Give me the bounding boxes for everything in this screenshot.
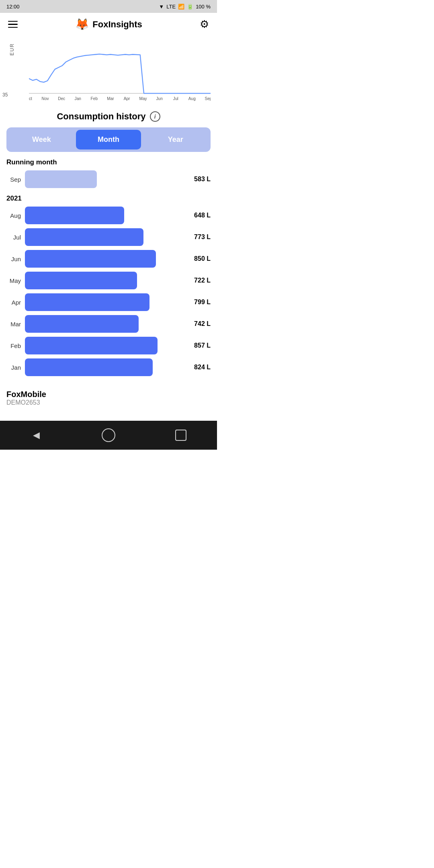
bar-row-jan: Jan 824 L <box>6 358 211 376</box>
wifi-icon: ▼ <box>159 4 164 10</box>
tab-year[interactable]: Year <box>143 130 208 149</box>
svg-text:May: May <box>139 96 147 101</box>
svg-text:Nov: Nov <box>42 96 49 101</box>
battery-icon: 🔋 <box>187 4 193 10</box>
chart-y-label: EUR <box>9 43 15 55</box>
status-bar: 12:00 ▼ LTE 📶 🔋 100 % <box>0 0 217 13</box>
nav-recent-button[interactable] <box>173 427 189 443</box>
bar-track-mar <box>25 315 185 333</box>
bar-value-may: 722 L <box>189 277 211 284</box>
status-time: 12:00 <box>6 4 20 10</box>
back-arrow-icon: ◀ <box>33 430 40 440</box>
bar-row-feb: Feb 857 L <box>6 337 211 354</box>
bar-track-jun <box>25 250 185 268</box>
footer-title: FoxMobile <box>6 390 211 399</box>
info-icon[interactable]: i <box>150 111 160 122</box>
bar-label-jul: Jul <box>6 234 21 241</box>
bar-label-jun: Jun <box>6 256 21 262</box>
bar-value-sep: 583 L <box>189 176 211 183</box>
bar-fill-feb <box>25 337 158 354</box>
tab-week[interactable]: Week <box>9 130 74 149</box>
bar-fill-jul <box>25 228 143 246</box>
section-title-text: Consumption history <box>57 111 145 122</box>
bar-track-aug <box>25 207 185 224</box>
bar-fill-sep <box>25 170 97 188</box>
bar-row-jun: Jun 850 L <box>6 250 211 268</box>
bar-label-jan: Jan <box>6 364 21 371</box>
status-right: ▼ LTE 📶 🔋 100 % <box>159 4 211 10</box>
bar-label-may: May <box>6 277 21 284</box>
bar-row-mar: Mar 742 L <box>6 315 211 333</box>
recent-square-icon <box>175 430 186 441</box>
bar-label-mar: Mar <box>6 321 21 328</box>
svg-text:Apr: Apr <box>124 96 130 101</box>
svg-text:Jun: Jun <box>156 96 163 101</box>
footer: FoxMobile DEMO2653 <box>0 380 217 413</box>
svg-text:Aug: Aug <box>188 96 196 101</box>
bar-value-aug: 648 L <box>189 212 211 219</box>
bar-fill-apr <box>25 293 149 311</box>
lte-label: LTE <box>166 4 176 10</box>
fox-icon: 🦊 <box>75 18 89 31</box>
hamburger-line-2 <box>8 24 18 25</box>
bar-row-jul: Jul 773 L <box>6 228 211 246</box>
svg-text:Mar: Mar <box>107 96 114 101</box>
bar-label-feb: Feb <box>6 342 21 349</box>
nav-home-button[interactable] <box>100 427 117 443</box>
content-area: Running month Sep 583 L 2021 Aug 648 L J… <box>0 158 217 376</box>
bar-fill-jun <box>25 250 156 268</box>
line-chart-svg: 35 Oct Nov Dec Jan Feb Mar Apr May Jun J… <box>29 39 211 103</box>
svg-text:Dec: Dec <box>58 96 65 101</box>
bar-track-may <box>25 272 185 289</box>
running-month-label: Running month <box>6 158 211 166</box>
header: 🦊 FoxInsights ⚙ <box>0 13 217 36</box>
year-2021-label: 2021 <box>6 194 211 203</box>
bar-track-feb <box>25 337 185 354</box>
signal-icon: 📶 <box>178 4 184 10</box>
bar-value-feb: 857 L <box>189 342 211 349</box>
bar-track-jan <box>25 358 185 376</box>
nav-back-button[interactable]: ◀ <box>28 427 44 443</box>
hamburger-line-3 <box>8 27 18 28</box>
bar-fill-may <box>25 272 137 289</box>
bar-label-aug: Aug <box>6 212 21 219</box>
bar-row-sep: Sep 583 L <box>6 170 211 188</box>
line-chart-area: EUR 35 Oct Nov Dec Jan Feb Mar Apr May J… <box>0 36 217 106</box>
settings-icon[interactable]: ⚙ <box>200 18 209 31</box>
nav-bar: ◀ <box>0 421 217 450</box>
bar-label-apr: Apr <box>6 299 21 306</box>
bar-row-aug: Aug 648 L <box>6 207 211 224</box>
home-circle-icon <box>102 428 115 442</box>
bar-track-apr <box>25 293 185 311</box>
bar-track-sep <box>25 170 185 188</box>
bar-value-jan: 824 L <box>189 364 211 371</box>
section-title: Consumption history i <box>0 111 217 122</box>
svg-text:Feb: Feb <box>91 96 98 101</box>
bar-fill-jan <box>25 358 153 376</box>
battery-label: 100 % <box>196 4 211 10</box>
hamburger-menu[interactable] <box>8 21 18 28</box>
bar-row-apr: Apr 799 L <box>6 293 211 311</box>
svg-text:Oct: Oct <box>29 96 32 101</box>
svg-text:Sep: Sep <box>205 96 211 101</box>
bar-track-jul <box>25 228 185 246</box>
app-logo: 🦊 FoxInsights <box>75 18 142 31</box>
bar-value-mar: 742 L <box>189 320 211 328</box>
bar-fill-mar <box>25 315 139 333</box>
hamburger-line-1 <box>8 21 18 22</box>
svg-text:Jan: Jan <box>75 96 81 101</box>
bar-value-jul: 773 L <box>189 233 211 241</box>
tabs-container: Week Month Year <box>6 127 211 152</box>
footer-subtitle: DEMO2653 <box>6 399 211 406</box>
app-logo-text: FoxInsights <box>92 19 142 30</box>
bar-row-may: May 722 L <box>6 272 211 289</box>
chart-baseline-label: 35 <box>2 92 8 98</box>
bar-value-apr: 799 L <box>189 299 211 306</box>
bar-value-jun: 850 L <box>189 255 211 262</box>
tab-month[interactable]: Month <box>76 130 141 149</box>
bar-label-sep: Sep <box>6 176 21 183</box>
bar-fill-aug <box>25 207 124 224</box>
svg-text:Jul: Jul <box>173 96 178 101</box>
